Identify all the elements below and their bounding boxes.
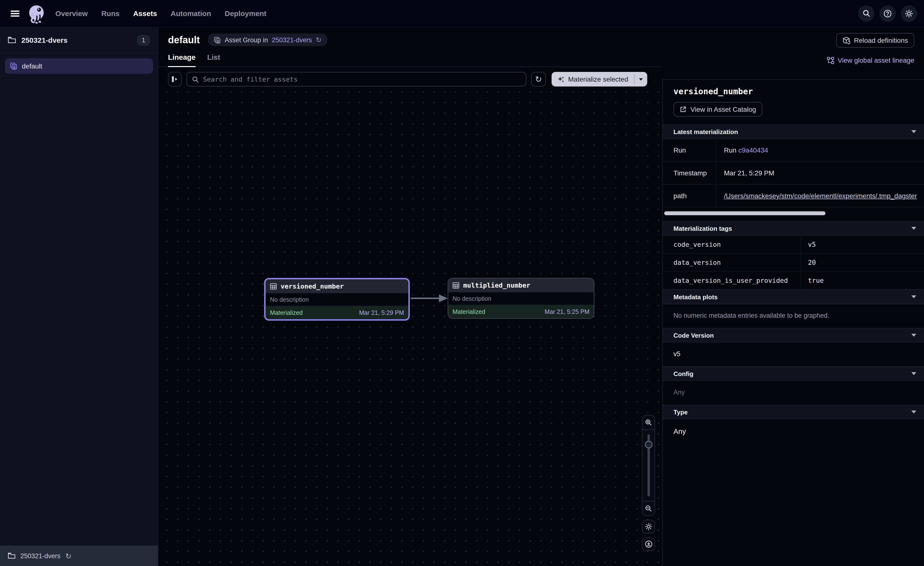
reload-cube-icon	[842, 36, 850, 44]
panel-asset-title: versioned_number	[674, 86, 914, 96]
sidebar-item-default-group[interactable]: default	[5, 58, 153, 74]
latest-materialization-table: Run Run c9a40434 Timestamp Mar 21, 5:29 …	[663, 139, 924, 208]
chevron-down-icon	[911, 295, 916, 298]
table-row: Timestamp Mar 21, 5:29 PM	[663, 162, 924, 185]
section-title: Latest materialization	[674, 128, 738, 135]
table-row: code_version v5	[663, 236, 924, 254]
expand-sidebar-panel-icon[interactable]	[168, 72, 182, 86]
nav-item-assets[interactable]: Assets	[133, 9, 157, 18]
view-in-asset-catalog-button[interactable]: View in Asset Catalog	[674, 102, 762, 117]
table-row: Run Run c9a40434	[663, 139, 924, 162]
asset-group-badge: Asset Group in 250321-dvers ↻	[208, 33, 327, 46]
page-header: default Asset Group in 250321-dvers ↻	[158, 27, 662, 46]
table-icon	[270, 283, 277, 289]
run-prefix: Run	[724, 146, 736, 154]
tabs-row: Lineage List	[158, 46, 662, 67]
config-value: Any	[663, 381, 924, 405]
run-id-link[interactable]: c9a40434	[738, 146, 768, 154]
refresh-icon[interactable]: ↻	[65, 552, 71, 560]
section-code-version[interactable]: Code Version	[663, 328, 924, 343]
badge-repo-link[interactable]: 250321-dvers	[272, 36, 312, 44]
row-key: path	[663, 185, 716, 207]
row-key: Timestamp	[663, 162, 716, 184]
dagster-app: Overview Runs Assets Automation Deployme…	[0, 0, 924, 566]
asset-node-header: multiplied_number	[448, 278, 594, 292]
chevron-down-icon	[911, 130, 916, 133]
search-icon[interactable]	[858, 5, 874, 22]
row-value: Mar 21, 5:29 PM	[716, 162, 924, 184]
materialize-selected-button: Materialize selected	[552, 72, 647, 86]
chevron-down-icon	[911, 372, 916, 375]
refresh-graph-icon[interactable]: ↻	[531, 72, 546, 86]
nav-item-runs[interactable]: Runs	[101, 9, 120, 18]
view-global-asset-lineage-link[interactable]: View global asset lineage	[827, 56, 915, 64]
reload-definitions-label: Reload definitions	[854, 36, 908, 44]
download-image-icon[interactable]	[642, 537, 655, 551]
sidebar-repo-row[interactable]: 250321-dvers 1	[0, 27, 158, 53]
section-latest-materialization[interactable]: Latest materialization	[663, 124, 924, 139]
sidebar-footer-repo[interactable]: 250321-dvers ↻	[0, 546, 158, 566]
asset-node-description: No description	[448, 292, 594, 305]
lineage-toolbar: ↻ Materialize selected	[158, 67, 662, 91]
materialize-dropdown-caret[interactable]	[634, 72, 647, 86]
zoom-out-icon[interactable]	[642, 501, 654, 515]
section-type[interactable]: Type	[663, 405, 924, 419]
help-icon[interactable]	[879, 5, 896, 22]
top-nav: Overview Runs Assets Automation Deployme…	[0, 0, 924, 27]
horizontal-scrollbar[interactable]	[664, 211, 825, 215]
tag-key: data_version_is_user_provided	[663, 272, 801, 289]
materialized-status: Materialized	[453, 308, 485, 315]
asset-node-title: multiplied_number	[463, 281, 530, 289]
nav-item-automation[interactable]: Automation	[171, 9, 211, 18]
materialized-timestamp: Mar 21, 5:25 PM	[544, 308, 590, 315]
table-row: data_version 20	[663, 254, 924, 272]
section-materialization-tags[interactable]: Materialization tags	[663, 221, 924, 236]
dagster-logo-icon[interactable]	[25, 2, 48, 24]
section-metadata-plots[interactable]: Metadata plots	[663, 289, 924, 304]
table-icon	[453, 282, 459, 288]
asset-node-versioned-number[interactable]: versioned_number No description Material…	[264, 278, 410, 321]
asset-group-icon	[213, 36, 220, 44]
tab-lineage[interactable]: Lineage	[168, 53, 195, 66]
asset-node-description: No description	[266, 293, 408, 306]
row-key: Run	[663, 139, 716, 161]
tab-list[interactable]: List	[207, 53, 220, 66]
section-title: Code Version	[674, 331, 714, 339]
zoom-slider-thumb[interactable]	[645, 441, 652, 449]
asset-node-title: versioned_number	[280, 282, 344, 290]
asset-group-icon	[10, 62, 18, 70]
row-value: Run c9a40434	[716, 139, 924, 161]
tag-key: data_version	[663, 254, 801, 271]
sidebar: 250321-dvers 1 default 250321-dvers ↻	[0, 27, 158, 566]
graph-settings-gear-icon[interactable]	[642, 520, 655, 533]
zoom-slider[interactable]	[642, 430, 654, 501]
zoom-controls	[642, 415, 655, 516]
search-input[interactable]	[203, 75, 521, 83]
sidebar-group-label: default	[22, 62, 42, 70]
metadata-plots-empty-message: No numeric metadata entries available to…	[663, 304, 924, 328]
materialize-button-main[interactable]: Materialize selected	[552, 72, 634, 86]
zoom-in-icon[interactable]	[642, 415, 654, 430]
materialized-status: Materialized	[270, 309, 303, 316]
footer-repo-name: 250321-dvers	[20, 552, 60, 560]
app-root: Overview Runs Assets Automation Deployme…	[0, 0, 924, 566]
tag-value: 20	[801, 254, 924, 271]
asset-node-status-row: Materialized Mar 21, 5:25 PM	[448, 305, 594, 318]
lineage-canvas[interactable]: versioned_number No description Material…	[158, 91, 662, 566]
nav-item-overview[interactable]: Overview	[56, 9, 88, 18]
reload-definitions-button[interactable]: Reload definitions	[836, 33, 914, 48]
badge-prefix: Asset Group in	[225, 36, 268, 44]
section-config[interactable]: Config	[663, 366, 924, 381]
settings-gear-icon[interactable]	[901, 5, 917, 22]
hamburger-menu-icon[interactable]	[7, 5, 23, 22]
path-link[interactable]: /Users/smackesey/stm/code/elementl/exper…	[724, 192, 924, 200]
row-value: /Users/smackesey/stm/code/elementl/exper…	[716, 185, 924, 207]
sparkles-icon	[557, 75, 565, 83]
search-icon	[192, 75, 199, 83]
code-version-value: v5	[663, 343, 924, 366]
nav-item-deployment[interactable]: Deployment	[225, 9, 267, 18]
asset-node-multiplied-number[interactable]: multiplied_number No description Materia…	[448, 278, 594, 319]
asset-detail-panel: versioned_number View in Asset Catalog L…	[662, 79, 924, 566]
table-row: data_version_is_user_provided true	[663, 272, 924, 289]
refresh-icon[interactable]: ↻	[316, 36, 321, 44]
